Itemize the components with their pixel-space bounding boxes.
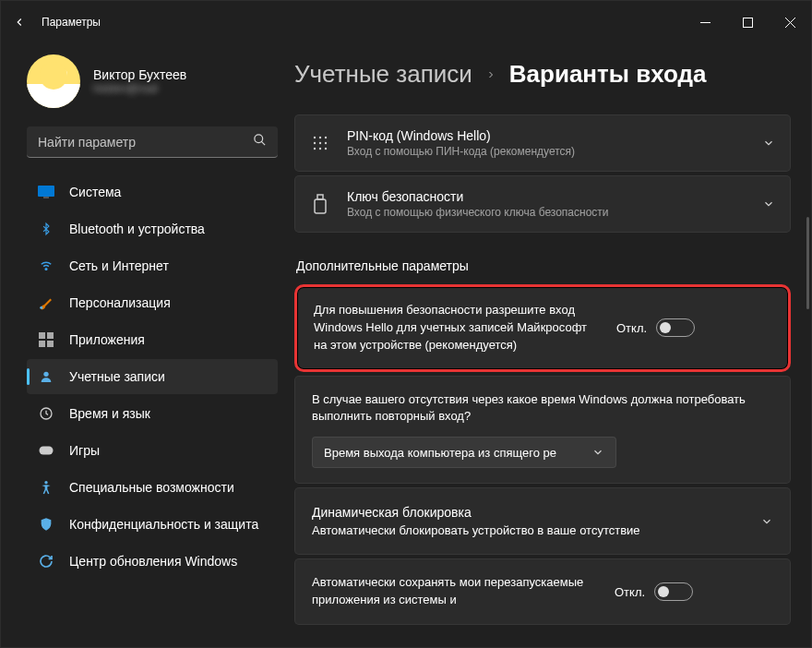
sidebar-item-label: Учетные записи xyxy=(69,369,165,384)
svg-point-9 xyxy=(40,306,42,309)
card-title: PIN-код (Windows Hello) xyxy=(347,128,746,143)
svg-rect-7 xyxy=(43,197,49,198)
setting-dynamic-lock[interactable]: Динамическая блокировка Автоматически бл… xyxy=(294,487,791,555)
search-icon xyxy=(253,133,267,150)
svg-rect-6 xyxy=(38,186,54,197)
card-security-key[interactable]: Ключ безопасности Вход с помощью физичес… xyxy=(294,175,791,233)
section-additional: Дополнительные параметры xyxy=(296,258,791,273)
select-signin-timeout[interactable]: Время выхода компьютера из спящего ре xyxy=(312,437,616,468)
sidebar-nav: Система Bluetooth и устройства Сеть и Ин… xyxy=(27,174,278,579)
svg-rect-16 xyxy=(40,447,54,455)
card-subtitle: Вход с помощью ПИН-кода (рекомендуется) xyxy=(347,145,746,158)
sidebar-item-system[interactable]: Система xyxy=(27,174,278,210)
close-button[interactable] xyxy=(769,1,811,43)
chevron-down-icon xyxy=(760,515,773,528)
svg-rect-12 xyxy=(39,341,45,347)
svg-rect-28 xyxy=(315,199,326,213)
setting-hello-signin: Для повышения безопасности разрешите вхо… xyxy=(294,284,791,372)
svg-rect-10 xyxy=(39,332,45,339)
svg-rect-11 xyxy=(47,332,54,339)
setting-restart-apps: Автоматически сохранять мои перезапускае… xyxy=(294,558,791,625)
svg-point-14 xyxy=(43,372,48,377)
breadcrumb-current: Варианты входа xyxy=(509,60,707,89)
svg-point-23 xyxy=(325,142,327,144)
svg-point-4 xyxy=(255,135,263,143)
search-box[interactable] xyxy=(27,126,278,158)
pin-icon xyxy=(310,133,330,153)
sidebar-item-privacy[interactable]: Конфиденциальность и защита xyxy=(27,507,278,542)
toggle-hello-signin[interactable] xyxy=(656,318,695,337)
person-icon xyxy=(38,368,54,385)
chevron-down-icon xyxy=(762,137,775,150)
setting-title: Динамическая блокировка xyxy=(312,503,744,522)
wifi-icon xyxy=(38,258,54,274)
sidebar-item-label: Система xyxy=(69,185,121,199)
select-value: Время выхода компьютера из спящего ре xyxy=(324,446,582,460)
profile-email: hidden@mail xyxy=(93,82,186,95)
setting-require-signin: В случае вашего отсутствия через какое в… xyxy=(294,376,791,485)
sidebar-item-label: Центр обновления Windows xyxy=(69,554,237,569)
app-title: Параметры xyxy=(42,16,101,29)
toggle-restart-apps[interactable] xyxy=(654,582,693,601)
svg-point-21 xyxy=(314,142,316,144)
svg-point-8 xyxy=(45,269,47,270)
svg-point-17 xyxy=(44,481,47,484)
sidebar-item-gaming[interactable]: Игры xyxy=(27,433,278,468)
setting-description: В случае вашего отсутствия через какое в… xyxy=(312,391,773,426)
scrollbar[interactable] xyxy=(806,217,809,309)
setting-subtitle: Автоматически блокировать устройство в в… xyxy=(312,522,744,540)
toggle-state-label: Откл. xyxy=(615,585,645,599)
chevron-right-icon xyxy=(485,69,496,80)
sidebar-item-accounts[interactable]: Учетные записи xyxy=(27,359,278,394)
svg-point-26 xyxy=(325,148,327,150)
sidebar-item-update[interactable]: Центр обновления Windows xyxy=(27,544,278,579)
bluetooth-icon xyxy=(38,221,54,237)
minimize-button[interactable] xyxy=(684,1,726,43)
breadcrumb-parent[interactable]: Учетные записи xyxy=(294,60,472,89)
svg-point-20 xyxy=(325,137,327,138)
svg-point-24 xyxy=(314,148,316,150)
update-icon xyxy=(38,553,54,570)
card-pin[interactable]: PIN-код (Windows Hello) Вход с помощью П… xyxy=(294,114,791,172)
system-icon xyxy=(38,184,54,200)
apps-icon xyxy=(38,331,54,348)
sidebar-item-network[interactable]: Сеть и Интернет xyxy=(27,248,278,283)
chevron-down-icon xyxy=(591,446,604,459)
svg-point-25 xyxy=(319,148,321,150)
search-input[interactable] xyxy=(38,135,253,150)
sidebar-item-label: Приложения xyxy=(69,332,145,347)
sidebar-item-accessibility[interactable]: Специальные возможности xyxy=(27,470,278,505)
setting-description: Для повышения безопасности разрешите вхо… xyxy=(314,302,600,354)
sidebar-item-label: Игры xyxy=(69,443,100,458)
sidebar-item-apps[interactable]: Приложения xyxy=(27,322,278,357)
toggle-state-label: Откл. xyxy=(616,321,647,335)
sidebar-item-label: Bluetooth и устройства xyxy=(69,222,205,236)
sidebar-item-personalization[interactable]: Персонализация xyxy=(27,285,278,320)
back-button[interactable] xyxy=(12,15,27,30)
svg-rect-1 xyxy=(743,18,752,27)
card-title: Ключ безопасности xyxy=(347,189,746,204)
svg-point-19 xyxy=(319,137,321,138)
svg-point-18 xyxy=(314,137,316,138)
profile-block[interactable]: Виктор Бухтеев hidden@mail xyxy=(27,54,278,108)
sidebar-item-label: Конфиденциальность и защита xyxy=(69,517,258,532)
breadcrumb: Учетные записи Варианты входа xyxy=(294,60,791,89)
sidebar-item-label: Сеть и Интернет xyxy=(69,258,169,273)
usb-key-icon xyxy=(310,194,330,214)
avatar xyxy=(27,54,80,108)
sidebar-item-label: Персонализация xyxy=(69,295,171,310)
brush-icon xyxy=(38,294,54,311)
clock-icon xyxy=(38,405,54,422)
gamepad-icon xyxy=(38,442,54,459)
sidebar-item-bluetooth[interactable]: Bluetooth и устройства xyxy=(27,211,278,246)
sidebar-item-label: Время и язык xyxy=(69,406,150,421)
setting-description: Автоматически сохранять мои перезапускае… xyxy=(312,574,598,609)
sidebar-item-label: Специальные возможности xyxy=(69,480,234,495)
profile-name: Виктор Бухтеев xyxy=(93,67,186,82)
svg-rect-13 xyxy=(47,341,54,347)
chevron-down-icon xyxy=(762,198,775,210)
sidebar-item-time[interactable]: Время и язык xyxy=(27,396,278,431)
maximize-button[interactable] xyxy=(726,1,769,43)
svg-line-5 xyxy=(261,141,265,145)
accessibility-icon xyxy=(38,479,54,496)
